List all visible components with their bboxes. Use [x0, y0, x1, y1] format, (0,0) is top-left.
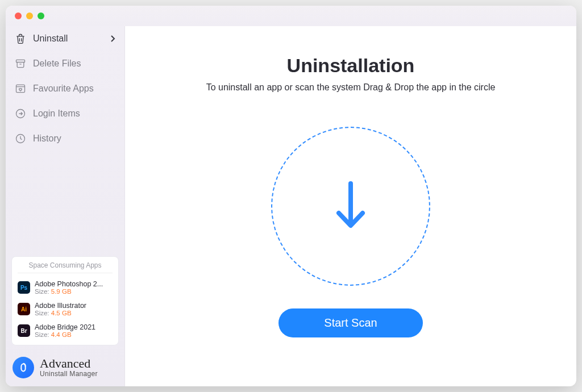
brand-logo-icon [13, 357, 34, 378]
page-subtitle: To uninstall an app or scan the system D… [206, 82, 496, 93]
arrow-down-icon [331, 178, 371, 235]
app-row-photoshop[interactable]: Ps Adobe Photoshop 2... Size: 5.9 GB [18, 277, 113, 298]
app-window: Uninstall Delete Files [6, 6, 576, 386]
bridge-icon: Br [18, 324, 30, 337]
titlebar [6, 6, 576, 26]
app-name: Adobe Bridge 2021 [35, 323, 95, 331]
app-row-bridge[interactable]: Br Adobe Bridge 2021 Size: 4.4 GB [18, 320, 113, 341]
archive-icon [15, 58, 26, 69]
heart-box-icon [15, 83, 26, 94]
maximize-window-button[interactable] [38, 12, 44, 19]
app-name: Adobe Illustrator [35, 302, 86, 310]
main-content: Uninstallation To uninstall an app or sc… [125, 26, 576, 386]
app-row-illustrator[interactable]: Ai Adobe Illustrator Size: 4.5 GB [18, 298, 113, 320]
sidebar-item-login-items[interactable]: Login Items [6, 101, 124, 126]
sidebar-item-label: Uninstall [33, 34, 68, 44]
minimize-window-button[interactable] [26, 12, 33, 19]
trash-icon [15, 33, 26, 44]
photoshop-icon: Ps [18, 281, 30, 294]
app-name: Adobe Photoshop 2... [35, 280, 103, 288]
sidebar-item-history[interactable]: History [6, 126, 124, 151]
app-size: Size: 4.4 GB [35, 331, 95, 338]
page-title: Uninstallation [287, 55, 415, 77]
svg-rect-0 [16, 60, 25, 62]
sidebar: Uninstall Delete Files [6, 26, 125, 386]
clock-icon [15, 133, 26, 144]
close-window-button[interactable] [15, 12, 22, 19]
start-scan-button[interactable]: Start Scan [278, 308, 422, 337]
chevron-right-icon [110, 35, 115, 43]
brand-title: Advanced [40, 357, 98, 370]
sidebar-nav: Uninstall Delete Files [6, 26, 124, 151]
sidebar-item-label: Favourite Apps [33, 84, 94, 94]
brand-subtitle: Uninstall Manager [40, 370, 98, 378]
sidebar-item-delete-files[interactable]: Delete Files [6, 51, 124, 76]
card-title: Space Consuming Apps [18, 261, 113, 273]
illustrator-icon: Ai [18, 303, 30, 315]
login-icon [15, 108, 26, 119]
sidebar-item-label: Delete Files [33, 59, 81, 69]
drop-zone[interactable] [271, 127, 430, 286]
brand: Advanced Uninstall Manager [6, 351, 124, 386]
sidebar-item-favourite-apps[interactable]: Favourite Apps [6, 76, 124, 101]
sidebar-item-uninstall[interactable]: Uninstall [6, 26, 124, 51]
app-size: Size: 4.5 GB [35, 310, 86, 316]
sidebar-item-label: Login Items [33, 109, 80, 119]
space-consuming-apps-card: Space Consuming Apps Ps Adobe Photoshop … [11, 256, 119, 345]
app-size: Size: 5.9 GB [35, 288, 103, 295]
sidebar-item-label: History [33, 134, 61, 144]
